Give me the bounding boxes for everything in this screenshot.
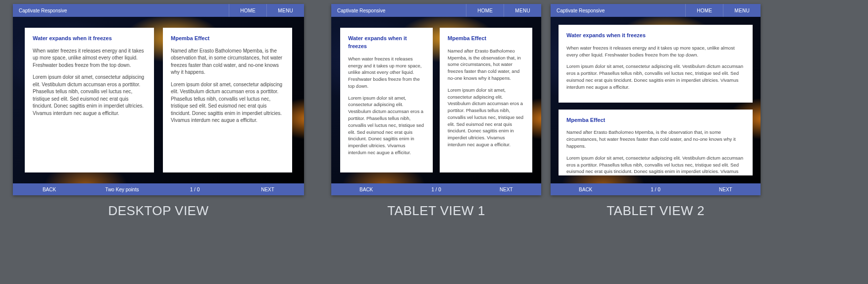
card-text: Named after Erasto Batholomeo Mpemba, is…	[448, 48, 524, 82]
bottom-bar: BACK 1 / 0 NEXT	[331, 183, 541, 195]
card-water: Water expands when it freezes When water…	[25, 28, 154, 172]
card-text: Lorem ipsum dolor sit amet, consectetur …	[171, 81, 284, 124]
footer-subtitle: Two Key points	[86, 187, 158, 192]
card-title: Mpemba Effect	[171, 35, 284, 43]
device-desktop: Captivate Responsive HOME MENU Water exp…	[13, 4, 304, 195]
card-water: Water expands when it freezes When water…	[340, 28, 433, 172]
nav-home[interactable]: HOME	[466, 4, 504, 17]
nav-home[interactable]: HOME	[229, 4, 266, 17]
nav-menu[interactable]: MENU	[266, 4, 304, 17]
card-title: Mpemba Effect	[566, 116, 745, 124]
card-mpemba: Mpemba Effect Named after Erasto Batholo…	[559, 110, 753, 175]
next-button[interactable]: NEXT	[691, 187, 761, 192]
view-label-desktop: DESKTOP VIEW	[13, 203, 304, 219]
card-mpemba: Mpemba Effect Named after Erasto Batholo…	[163, 28, 292, 172]
top-nav: HOME MENU	[229, 4, 304, 17]
nav-menu[interactable]: MENU	[504, 4, 541, 17]
device-tablet-1: Captivate Responsive HOME MENU Water exp…	[331, 4, 541, 195]
top-bar: Captivate Responsive HOME MENU	[331, 4, 541, 17]
bottom-bar: BACK Two Key points 1 / 0 NEXT	[13, 183, 304, 195]
card-mpemba: Mpemba Effect Named after Erasto Batholo…	[440, 28, 532, 172]
card-text: Lorem ipsum dolor sit amet, consectetur …	[33, 74, 146, 117]
card-text: When water freezes it releases energy an…	[566, 45, 745, 58]
card-water: Water expands when it freezes When water…	[559, 25, 753, 103]
card-title: Water expands when it freezes	[566, 32, 745, 40]
top-nav: HOME MENU	[685, 4, 761, 17]
view-label-tablet-2: TABLET VIEW 2	[551, 203, 761, 219]
card-text: Lorem ipsum dolor sit amet, consectetur …	[566, 63, 745, 90]
card-text: Named after Erasto Batholomeo Mpemba, is…	[566, 129, 745, 149]
card-title: Water expands when it freezes	[348, 35, 425, 51]
top-bar: Captivate Responsive HOME MENU	[551, 4, 761, 17]
page-indicator: 1 / 0	[620, 187, 690, 192]
card-text: Lorem ipsum dolor sit amet, consectetur …	[448, 87, 524, 148]
card-title: Water expands when it freezes	[33, 35, 146, 43]
content-area: Water expands when it freezes When water…	[551, 17, 761, 183]
card-text: Lorem ipsum dolor sit amet, consectetur …	[566, 155, 745, 175]
card-text: When water freezes it releases energy an…	[348, 56, 425, 90]
nav-menu[interactable]: MENU	[723, 4, 761, 17]
content-area: Water expands when it freezes When water…	[13, 17, 304, 183]
next-button[interactable]: NEXT	[231, 187, 304, 192]
back-button[interactable]: BACK	[13, 187, 86, 192]
card-text: When water freezes it releases energy an…	[33, 48, 146, 69]
nav-home[interactable]: HOME	[685, 4, 723, 17]
page-indicator: 1 / 0	[401, 187, 471, 192]
view-label-tablet-1: TABLET VIEW 1	[331, 203, 541, 219]
top-bar: Captivate Responsive HOME MENU	[13, 4, 304, 17]
top-nav: HOME MENU	[466, 4, 541, 17]
card-text: Named after Erasto Batholomeo Mpemba, is…	[171, 48, 284, 76]
card-text: Lorem ipsum dolor sit amet, consectetur …	[348, 95, 425, 156]
page-indicator: 1 / 0	[158, 187, 231, 192]
brand-title: Captivate Responsive	[13, 8, 229, 13]
next-button[interactable]: NEXT	[471, 187, 541, 192]
back-button[interactable]: BACK	[551, 187, 620, 192]
card-title: Mpemba Effect	[448, 35, 524, 43]
back-button[interactable]: BACK	[331, 187, 401, 192]
bottom-bar: BACK 1 / 0 NEXT	[551, 183, 761, 195]
device-tablet-2: Captivate Responsive HOME MENU Water exp…	[551, 4, 761, 195]
content-area: Water expands when it freezes When water…	[331, 17, 541, 183]
brand-title: Captivate Responsive	[551, 8, 685, 13]
brand-title: Captivate Responsive	[331, 8, 466, 13]
